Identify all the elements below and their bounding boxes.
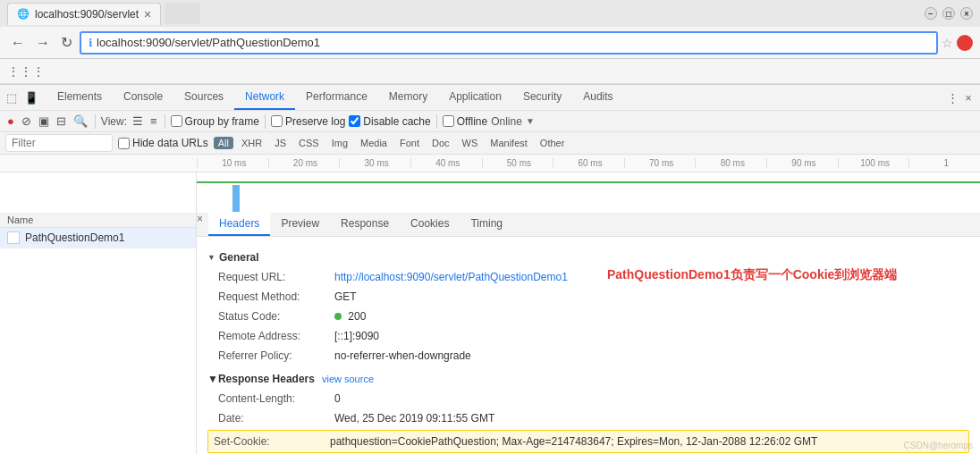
nav-bar: ← → ↻ ℹ localhost:9090/servlet/PathQuest… (0, 27, 980, 59)
filter-font[interactable]: Font (395, 137, 424, 149)
filter-doc[interactable]: Doc (427, 137, 454, 149)
bookmark-icon[interactable]: ☆ (942, 36, 953, 50)
request-url-label: Request URL: (218, 269, 334, 285)
record-btn[interactable]: ● (5, 113, 16, 130)
view-label: View: (101, 115, 127, 128)
close-btn[interactable]: × (960, 7, 973, 20)
mark-30ms: 30 ms (339, 158, 410, 168)
general-section-header: General (207, 251, 969, 264)
detail-tab-timing[interactable]: Timing (460, 213, 513, 236)
detail-close-btn[interactable]: × (197, 213, 203, 236)
filter-btn[interactable]: ⊟ (55, 113, 68, 130)
tab-favicon: 🌐 (17, 8, 30, 20)
minimize-btn[interactable]: − (925, 7, 937, 20)
timeline-graph (0, 172, 980, 213)
date-label: Date: (218, 410, 334, 426)
mark-40ms: 40 ms (410, 158, 482, 168)
view-detail-btn[interactable]: ≡ (148, 113, 159, 130)
request-method-label: Request Method: (218, 289, 334, 305)
filter-all[interactable]: All (214, 137, 233, 149)
tab-close-btn[interactable]: × (144, 7, 151, 21)
devtools-more-icon[interactable]: ⋮ (944, 89, 960, 105)
inspect-icon[interactable]: ⬚ (4, 89, 20, 105)
view-source-link[interactable]: view source (322, 374, 374, 384)
preserve-log-item[interactable]: Preserve log (271, 115, 345, 128)
filter-xhr[interactable]: XHR (237, 137, 266, 149)
devtools-close-icon[interactable]: × (960, 89, 976, 105)
network-list: PathQuestionDemo1 (0, 228, 196, 248)
tab-audits[interactable]: Audits (572, 85, 623, 110)
disable-cache-item[interactable]: Disable cache (349, 115, 430, 128)
watermark: CSDN@heromps (904, 441, 973, 450)
group-by-frame-item[interactable]: Group by frame (171, 115, 259, 128)
detail-tab-cookies[interactable]: Cookies (400, 213, 460, 236)
waterfall-area (197, 172, 980, 213)
content-area: Name PathQuestionDemo1 × Headers Preview… (0, 213, 980, 454)
tab-elements[interactable]: Elements (46, 85, 113, 110)
filter-img[interactable]: Img (327, 137, 352, 149)
filter-ws[interactable]: WS (458, 137, 483, 149)
response-headers-area: ▼ Response Headers view source Content-L… (207, 373, 969, 453)
response-section-title: Response Headers (218, 373, 315, 385)
tab-security[interactable]: Security (512, 85, 572, 110)
status-code-label: Status Code: (218, 308, 334, 324)
mark-end: 1 (908, 158, 980, 168)
mark-80ms: 80 ms (695, 158, 766, 168)
filter-other[interactable]: Other (536, 137, 570, 149)
search-btn[interactable]: 🔍 (72, 113, 89, 130)
timeline-wrapper: 10 ms 20 ms 30 ms 40 ms 50 ms 60 ms 70 m… (0, 155, 980, 213)
apps-icon[interactable]: ⋮⋮⋮ (7, 64, 45, 79)
back-btn[interactable]: ← (7, 33, 29, 53)
request-url-row: Request URL: http://localhost:9090/servl… (207, 267, 584, 287)
screenshot-btn[interactable]: ▣ (37, 113, 51, 130)
network-list-pane: Name PathQuestionDemo1 (0, 213, 197, 454)
maximize-btn[interactable]: □ (942, 7, 955, 20)
address-bar[interactable]: ℹ localhost:9090/servlet/PathQuestionDem… (80, 31, 938, 55)
forward-btn[interactable]: → (32, 33, 54, 53)
hide-data-urls-item[interactable]: Hide data URLs (118, 137, 208, 149)
reload-btn[interactable]: ↻ (57, 32, 76, 53)
browser-action-btn[interactable] (957, 35, 973, 51)
hide-data-urls-checkbox[interactable] (118, 138, 130, 149)
tab-memory[interactable]: Memory (378, 85, 438, 110)
title-bar: 🌐 localhost:9090/servlet × − □ × (0, 0, 980, 27)
tab-network[interactable]: Network (234, 85, 295, 110)
divider2 (165, 114, 165, 129)
column-header: Name (0, 213, 196, 228)
filter-input[interactable] (5, 134, 113, 152)
set-cookie-row: Set-Cookie: pathquestion=CookiePathQuest… (207, 430, 969, 453)
name-col-header: Name (7, 214, 189, 225)
preserve-log-checkbox[interactable] (271, 115, 283, 127)
new-tab-area (165, 3, 200, 24)
detail-tab-preview[interactable]: Preview (270, 213, 330, 236)
divider1 (95, 114, 96, 129)
tab-console[interactable]: Console (113, 85, 173, 110)
timeline-ruler: 10 ms 20 ms 30 ms 40 ms 50 ms 60 ms 70 m… (0, 155, 980, 172)
device-icon[interactable]: 📱 (23, 89, 39, 105)
filter-media[interactable]: Media (356, 137, 392, 149)
status-code-val: 200 (334, 308, 366, 324)
divider3 (265, 114, 266, 129)
mark-90ms: 90 ms (766, 158, 838, 168)
set-cookie-val: pathquestion=CookiePathQuestion; Max-Age… (330, 433, 817, 450)
offline-checkbox[interactable] (443, 115, 454, 127)
net-row-name: PathQuestionDemo1 (25, 231, 124, 244)
status-code-row: Status Code: 200 (207, 307, 584, 326)
view-list-btn[interactable]: ☰ (131, 113, 145, 130)
mark-20ms: 20 ms (268, 158, 340, 168)
browser-tab[interactable]: 🌐 localhost:9090/servlet × (7, 3, 161, 25)
clear-btn[interactable]: ⊘ (20, 113, 33, 130)
tab-performance[interactable]: Performance (295, 85, 378, 110)
detail-tab-response[interactable]: Response (330, 213, 400, 236)
tab-application[interactable]: Application (438, 85, 512, 110)
group-by-frame-checkbox[interactable] (171, 115, 182, 127)
filter-js[interactable]: JS (270, 137, 291, 149)
disable-cache-checkbox[interactable] (349, 115, 360, 127)
tab-sources[interactable]: Sources (173, 85, 234, 110)
detail-tab-headers[interactable]: Headers (208, 213, 270, 236)
net-row-pathquestion[interactable]: PathQuestionDemo1 (0, 228, 196, 248)
filter-css[interactable]: CSS (294, 137, 324, 149)
offline-item[interactable]: Offline (443, 115, 487, 128)
filter-manifest[interactable]: Manifest (486, 137, 532, 149)
devtools-tabs-bar: ⬚ 📱 Elements Console Sources Network Per… (0, 85, 980, 111)
